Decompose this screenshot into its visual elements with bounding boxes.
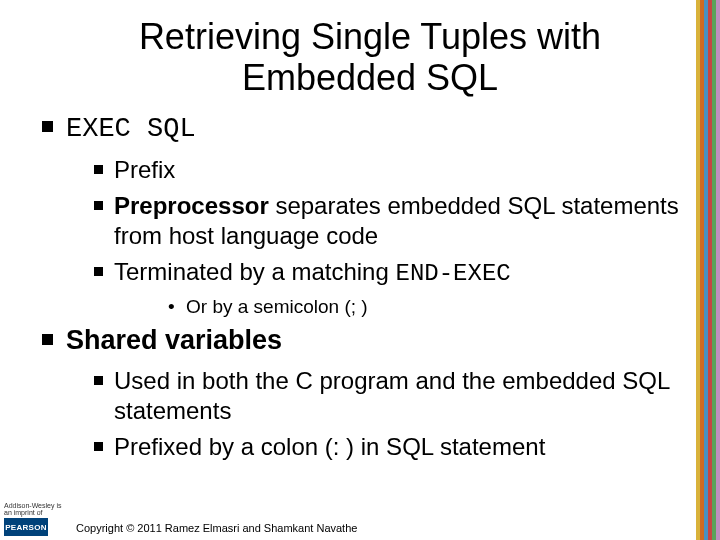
bold-text: Shared variables [66, 325, 282, 355]
list-item: Prefixed by a colon (: ) in SQL statemen… [66, 432, 684, 462]
code-text: EXEC SQL [66, 114, 196, 144]
logo-brand: PEARSON [4, 518, 48, 536]
logo-imprint-text: Addison-Wesley is an imprint of [4, 502, 68, 516]
bullet-exec-sql: EXEC SQL Prefix Preprocessor separates e… [38, 111, 684, 319]
list-item: Or by a semicolon (; ) [114, 295, 684, 319]
bullet-shared-vars: Shared variables Used in both the C prog… [38, 324, 684, 462]
decorative-color-bar [696, 0, 720, 540]
code-text: END-EXEC [395, 260, 510, 287]
stripe [716, 0, 720, 540]
publisher-logo: Addison-Wesley is an imprint of PEARSON [4, 502, 68, 536]
copyright-footer: Copyright © 2011 Ramez Elmasri and Shamk… [76, 522, 357, 534]
text: Terminated by a matching [114, 258, 395, 285]
slide-title: Retrieving Single Tuples with Embedded S… [0, 0, 720, 107]
list-item: Prefix [66, 155, 684, 185]
list-item: Used in both the C program and the embed… [66, 366, 684, 426]
list-item: Preprocessor separates embedded SQL stat… [66, 191, 684, 251]
slide-content: EXEC SQL Prefix Preprocessor separates e… [0, 107, 720, 462]
bold-text: Preprocessor [114, 192, 269, 219]
slide: Retrieving Single Tuples with Embedded S… [0, 0, 720, 540]
list-item: Terminated by a matching END-EXEC Or by … [66, 257, 684, 319]
